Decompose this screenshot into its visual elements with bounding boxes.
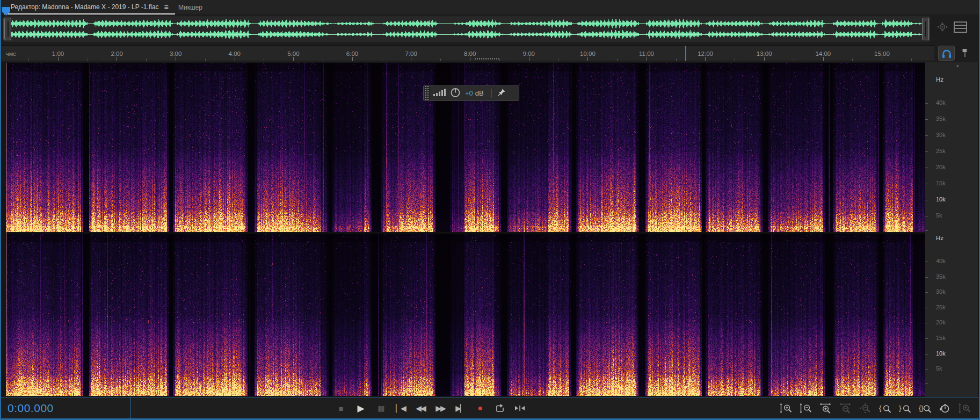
freq-tick — [925, 354, 928, 354]
ruler-minute-label: 1:00 — [46, 50, 70, 57]
ruler-tick — [647, 57, 647, 61]
pause-button[interactable]: ▮▮ — [372, 400, 390, 417]
ruler-tick — [882, 57, 882, 61]
playhead-time-line — [6, 63, 6, 396]
ruler-minute-label: 11:00 — [635, 50, 658, 57]
ruler-tick — [88, 59, 88, 61]
gain-knob-icon[interactable] — [450, 87, 461, 99]
freq-tick — [925, 135, 928, 136]
ruler-tick — [676, 59, 677, 61]
zoom-out-vertical-button[interactable] — [797, 400, 815, 416]
fast-forward-button[interactable]: ▶▶ — [431, 400, 449, 417]
tab-mixer-label: Микшер — [178, 4, 202, 11]
play-button[interactable]: ▶ — [352, 400, 370, 417]
freq-tick — [925, 200, 928, 200]
cue-marker-line[interactable] — [685, 46, 686, 61]
zoom-to-playhead-button[interactable] — [936, 400, 954, 416]
freq-tick-label: 15k — [936, 335, 946, 341]
zoom-out-horizontal-button[interactable] — [837, 400, 854, 416]
channel-divider[interactable] — [6, 232, 925, 234]
reset-vertical-zoom-button[interactable] — [956, 400, 974, 416]
freq-tick — [925, 151, 928, 152]
ruler-minute-label: 14:00 — [811, 50, 835, 57]
gain-hud[interactable]: +0 dB — [423, 85, 519, 101]
ruler-minute-label: 15:00 — [870, 50, 894, 57]
current-time-display[interactable]: 0:00.000 — [8, 402, 54, 415]
ruler-drag-grip[interactable] — [474, 57, 499, 61]
navigator-zoom-out-icon[interactable] — [937, 21, 948, 34]
display-options-icon[interactable] — [954, 21, 967, 34]
ruler-tick — [176, 57, 176, 61]
freq-tick-label: 25k — [936, 304, 946, 310]
ruler-minute-label: 5:00 — [281, 50, 305, 57]
freq-tick-label: 20k — [936, 319, 946, 325]
hud-pin-icon[interactable] — [497, 88, 506, 98]
zoom-in-horizontal-button[interactable] — [817, 400, 834, 416]
rewind-button[interactable]: ◀◀ — [411, 400, 430, 417]
freq-tick-label: 20k — [936, 164, 946, 170]
hud-drag-grip[interactable] — [424, 86, 430, 100]
ruler-tick — [117, 57, 117, 61]
freq-tick — [925, 323, 928, 323]
zoom-in-at-out-point-button[interactable]: } — [896, 400, 914, 416]
ruler-tick — [411, 57, 411, 61]
skip-to-start-button[interactable]: ▏◀ — [391, 400, 410, 417]
spectrogram-right-channel[interactable] — [6, 234, 925, 396]
hud-separator — [491, 89, 492, 98]
freq-tick-label: 5k — [936, 212, 942, 219]
ruler-unit-label: чмс — [6, 50, 16, 57]
overview-range-handle-left[interactable] — [4, 18, 11, 40]
record-button[interactable]: ● — [471, 400, 489, 417]
panel-menu-icon[interactable]: ≡ — [164, 3, 169, 11]
freq-tick-label: 40k — [936, 258, 946, 264]
freq-tick — [925, 216, 928, 216]
freq-unit-label: Hz — [936, 76, 943, 83]
freq-tick — [925, 292, 928, 293]
ruler-minute-label: 6:00 — [340, 50, 364, 57]
tab-mixer[interactable]: Микшер — [172, 0, 209, 15]
overview-waveform-canvas[interactable] — [11, 18, 923, 40]
status-bar: 0:00.000 ■ ▶ ▮▮ ▏◀ ◀◀ ▶▶ ▶▏ ● { } {} — [1, 397, 979, 418]
ruler-minute-label: 7:00 — [400, 50, 423, 57]
ruler-tick — [235, 57, 235, 61]
freq-tick-label: 25k — [936, 148, 946, 154]
ruler-tick — [852, 59, 853, 61]
freq-tick-label: 30k — [936, 132, 946, 138]
freq-tick — [925, 168, 928, 168]
freq-tick — [925, 383, 928, 384]
ruler-minute-label: 4:00 — [223, 50, 246, 57]
tab-editor[interactable]: Редактор: Madonna - Madame X - 2019 - LP… — [4, 0, 175, 15]
waveform-overview-navigator[interactable] — [3, 17, 930, 41]
gain-value[interactable]: +0 — [465, 89, 473, 97]
overview-range-handle-right[interactable] — [922, 18, 929, 40]
tab-editor-label: Редактор: Madonna - Madame X - 2019 - LP… — [11, 3, 159, 11]
freq-tick — [925, 119, 928, 120]
scale-scroll-arrow-icon[interactable]: ▾ — [956, 63, 959, 69]
zoom-out-full-button[interactable] — [856, 400, 874, 416]
marker-flag-icon[interactable] — [961, 48, 969, 60]
ruler-tick — [293, 57, 294, 61]
freq-tick-label: 35k — [936, 115, 946, 122]
status-bar-divider — [130, 397, 131, 418]
frequency-scale[interactable]: ▾ Hz40k35k30k25k20k15k10k5kHz40k35k30k25… — [925, 62, 978, 397]
ruler-minute-label: 9:00 — [517, 50, 541, 57]
zoom-in-vertical-button[interactable] — [777, 400, 795, 416]
audition-editor-panel: Редактор: Madonna - Madame X - 2019 - LP… — [0, 0, 980, 420]
monitor-headphones-button[interactable] — [938, 46, 955, 61]
ruler-tick — [470, 57, 470, 61]
skip-selection-button[interactable] — [511, 400, 529, 417]
stop-button[interactable]: ■ — [332, 400, 350, 417]
skip-to-end-button[interactable]: ▶▏ — [451, 400, 469, 417]
timeline-ruler[interactable]: чмс 1:002:003:004:005:006:007:008:009:00… — [2, 45, 934, 61]
zoom-to-selection-button[interactable]: {} — [916, 400, 934, 416]
ruler-tick — [28, 59, 29, 61]
loop-playback-button[interactable] — [491, 400, 509, 417]
headphones-icon — [941, 48, 952, 59]
zoom-in-at-in-point-button[interactable]: { — [876, 400, 894, 416]
ruler-tick — [499, 59, 500, 61]
svg-text:{: { — [879, 404, 882, 412]
ruler-tick — [735, 59, 735, 61]
freq-tick — [925, 338, 928, 339]
spectral-display-area[interactable] — [1, 62, 979, 397]
ruler-tick — [352, 57, 353, 61]
